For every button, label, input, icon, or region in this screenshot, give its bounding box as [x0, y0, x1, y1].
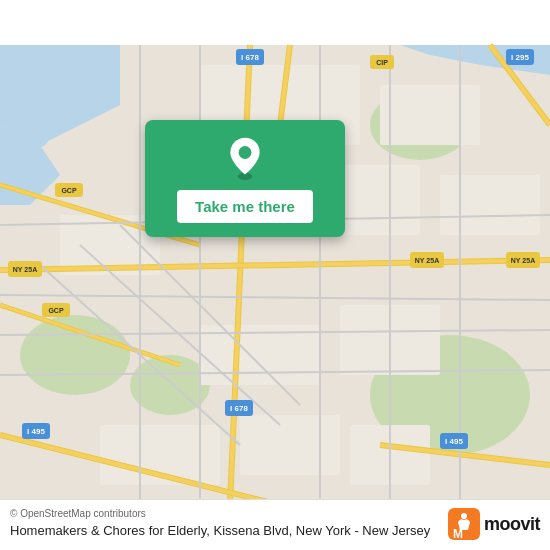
svg-text:I 495: I 495	[27, 427, 45, 436]
svg-point-4	[10, 120, 50, 150]
location-title: Homemakers & Chores for Elderly, Kissena…	[10, 523, 438, 540]
svg-text:I 678: I 678	[241, 53, 259, 62]
bottom-left: © OpenStreetMap contributors Homemakers …	[10, 508, 438, 540]
location-pin-icon	[223, 136, 267, 180]
svg-text:NY 25A: NY 25A	[415, 257, 439, 264]
moovit-logo: M moovit	[448, 508, 540, 540]
take-me-there-button[interactable]: Take me there	[177, 190, 313, 223]
svg-text:CIP: CIP	[376, 59, 388, 66]
svg-point-3	[30, 75, 90, 115]
svg-point-6	[20, 315, 130, 395]
svg-text:NY 25A: NY 25A	[511, 257, 535, 264]
map-svg: I 678 I 678 I 678 I 295 I 495 I 495 NY 2…	[0, 0, 550, 550]
card-overlay: Take me there	[145, 120, 345, 237]
svg-point-75	[461, 513, 467, 519]
svg-point-73	[239, 146, 252, 159]
moovit-brand-icon: M	[448, 508, 480, 540]
svg-rect-18	[240, 415, 340, 475]
svg-text:NY 25A: NY 25A	[13, 266, 37, 273]
svg-text:I 495: I 495	[445, 437, 463, 446]
bottom-bar: © OpenStreetMap contributors Homemakers …	[0, 499, 550, 550]
svg-text:GCP: GCP	[48, 307, 64, 314]
map-container: I 678 I 678 I 678 I 295 I 495 I 495 NY 2…	[0, 0, 550, 550]
svg-text:M: M	[453, 527, 463, 540]
moovit-brand-text: moovit	[484, 514, 540, 535]
svg-rect-13	[440, 175, 540, 235]
osm-attribution: © OpenStreetMap contributors	[10, 508, 438, 519]
svg-text:GCP: GCP	[61, 187, 77, 194]
svg-text:I 678: I 678	[230, 404, 248, 413]
svg-text:I 295: I 295	[511, 53, 529, 62]
svg-rect-11	[380, 85, 480, 145]
